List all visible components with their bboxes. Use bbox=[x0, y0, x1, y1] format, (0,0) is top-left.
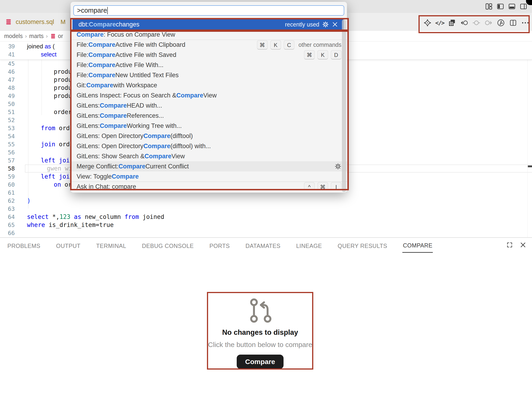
command-row[interactable]: GitLens Inspect: Focus on Search & Compa… bbox=[71, 90, 347, 100]
code-text: produ bbox=[54, 92, 72, 100]
shortcut-key: ⌘ bbox=[257, 40, 268, 50]
panel-tab-problems[interactable]: PROBLEMS bbox=[7, 239, 41, 253]
command-row[interactable]: GitLens: Compare References... bbox=[71, 111, 347, 121]
toggle-secondary-sidebar-icon[interactable] bbox=[520, 3, 527, 10]
maximize-panel-icon[interactable] bbox=[506, 241, 513, 248]
command-row[interactable]: GitLens: Compare Working Tree with... bbox=[71, 121, 347, 131]
customize-layout-icon[interactable] bbox=[485, 3, 493, 10]
command-row[interactable]: GitLens: Compare HEAD with... bbox=[71, 100, 347, 111]
panel-tab-output[interactable]: OUTPUT bbox=[56, 239, 81, 253]
command-label-segment: GitLens Inspect: Focus on Search & bbox=[77, 92, 176, 99]
command-row[interactable]: File: Compare Active File with Saved⌘KD bbox=[71, 50, 347, 60]
code-text: ) bbox=[27, 197, 31, 205]
breadcrumb-item[interactable]: or bbox=[58, 33, 63, 39]
command-list: Compare: Focus on Compare ViewFile: Comp… bbox=[71, 30, 347, 190]
command-row[interactable]: File: Compare Active File With... bbox=[71, 60, 347, 70]
command-label-segment: Compare bbox=[88, 41, 115, 48]
panel-tab-debug-console[interactable]: DEBUG CONSOLE bbox=[141, 239, 194, 253]
command-row[interactable]: GitLens: Open Directory Compare (difftoo… bbox=[71, 141, 347, 151]
command-label-segment: Active File With... bbox=[115, 62, 164, 69]
command-row[interactable]: GitLens: Show Search & Compare View bbox=[71, 151, 347, 161]
overview-cursor-mark bbox=[528, 166, 532, 167]
command-row[interactable]: View: Toggle Compare bbox=[71, 171, 347, 181]
line-number: 66 bbox=[0, 229, 15, 237]
command-label-segment: Compare bbox=[144, 153, 171, 160]
command-label-segment: GitLens: Open Directory bbox=[77, 132, 144, 140]
other-commands-label: other commands bbox=[298, 41, 341, 48]
configure-keybinding-icon[interactable] bbox=[335, 163, 341, 170]
scrollbar[interactable] bbox=[342, 19, 346, 192]
command-row[interactable]: Git: Compare with Workspace bbox=[71, 80, 347, 90]
panel-tab-compare[interactable]: COMPARE bbox=[402, 239, 433, 253]
compare-button[interactable]: Compare bbox=[237, 355, 283, 369]
command-row[interactable]: Ask in Chat: compare^⌘I bbox=[71, 181, 347, 190]
dismiss-icon[interactable] bbox=[332, 21, 338, 28]
panel-tab-query-results[interactable]: QUERY RESULTS bbox=[337, 239, 388, 253]
query-results-icon[interactable] bbox=[448, 19, 456, 27]
command-label-segment: Ask in Chat: compare bbox=[77, 183, 136, 190]
line-number: 62 bbox=[0, 197, 15, 205]
breadcrumb-item[interactable]: marts bbox=[29, 33, 44, 39]
command-label-segment: New Untitled Text Files bbox=[115, 72, 179, 79]
breadcrumb-item[interactable]: models bbox=[4, 33, 23, 39]
vscode-window: customers.sql M </> models›marts›or 4546… bbox=[0, 0, 532, 394]
panel-tab-ports[interactable]: PORTS bbox=[209, 239, 230, 253]
titlebar-layout-controls bbox=[485, 3, 527, 10]
split-editor-icon[interactable] bbox=[509, 19, 517, 27]
overview-ruler[interactable] bbox=[527, 41, 528, 237]
line-number: 39 bbox=[0, 42, 15, 51]
panel-tab-bar: PROBLEMSOUTPUTTERMINALDEBUG CONSOLEPORTS… bbox=[7, 238, 433, 254]
command-label-segment: (difftool) with... bbox=[170, 143, 211, 150]
line-number: 55 bbox=[0, 140, 15, 148]
line-number: 51 bbox=[0, 108, 15, 116]
tab-customers-sql[interactable]: customers.sql M bbox=[0, 13, 70, 31]
close-panel-icon[interactable] bbox=[520, 241, 527, 248]
command-row-selected[interactable]: dbt: Compare changesrecently used bbox=[72, 19, 344, 30]
command-label-segment: Compare bbox=[100, 112, 127, 119]
command-label-segment: Compare bbox=[88, 62, 115, 69]
toggle-primary-sidebar-icon[interactable] bbox=[496, 3, 504, 10]
code-line: 63 bbox=[0, 205, 532, 213]
command-row[interactable]: GitLens: Open Directory Compare (difftoo… bbox=[71, 131, 347, 141]
command-label-segment: References... bbox=[127, 112, 164, 119]
command-label-segment: View: Toggle bbox=[77, 173, 112, 180]
command-label-segment: Compare bbox=[119, 163, 146, 170]
compare-empty-subtitle: Click the button below to compare bbox=[207, 341, 313, 349]
command-label-segment: Compare bbox=[144, 143, 170, 150]
line-number: 57 bbox=[0, 156, 15, 165]
configure-keybinding-icon[interactable] bbox=[322, 21, 329, 28]
command-label-segment: File: bbox=[77, 51, 88, 58]
code-text: produ bbox=[54, 68, 72, 76]
preview-code-icon[interactable]: </> bbox=[436, 19, 444, 27]
line-number: 45 bbox=[0, 60, 15, 68]
toggle-panel-icon[interactable] bbox=[508, 3, 516, 10]
command-row[interactable]: File: Compare New Untitled Text Files bbox=[71, 70, 347, 80]
shortcut-key: C bbox=[284, 40, 294, 50]
command-label-segment: Compare bbox=[112, 173, 139, 180]
git-compare-icon bbox=[242, 298, 279, 325]
command-label-segment: (difftool) bbox=[170, 132, 193, 140]
line-number: 41 bbox=[0, 51, 15, 58]
line-number: 56 bbox=[0, 148, 15, 156]
command-input[interactable]: >compare bbox=[73, 5, 344, 16]
command-label-segment: dbt: bbox=[78, 21, 89, 28]
execute-upstream-icon[interactable] bbox=[460, 19, 468, 27]
dbt-icon[interactable] bbox=[424, 19, 431, 27]
command-label-segment: changes bbox=[116, 21, 139, 28]
line-number: 58 bbox=[0, 165, 15, 173]
code-text: left join bbox=[41, 156, 73, 165]
command-label-segment: Merge Conflict: bbox=[77, 163, 119, 170]
command-row[interactable]: Merge Conflict: Compare Current Conflict bbox=[71, 161, 347, 171]
command-row[interactable]: File: Compare Active File with Clipboard… bbox=[71, 40, 347, 50]
panel-tab-datamates[interactable]: DATAMATES bbox=[245, 239, 281, 253]
command-row[interactable]: Compare: Focus on Compare View bbox=[71, 30, 347, 40]
command-label-segment: Working Tree with... bbox=[127, 122, 182, 130]
code-line: 65where is_drink_item=true bbox=[0, 221, 532, 229]
panel-tab-terminal[interactable]: TERMINAL bbox=[96, 239, 127, 253]
panel-tab-lineage[interactable]: LINEAGE bbox=[296, 239, 323, 253]
command-label-segment: File: bbox=[77, 62, 88, 69]
recently-used-label: recently used bbox=[285, 21, 319, 28]
more-actions-icon[interactable] bbox=[521, 19, 529, 27]
command-label-segment: Compare bbox=[89, 21, 116, 28]
lineage-icon[interactable] bbox=[497, 19, 505, 27]
